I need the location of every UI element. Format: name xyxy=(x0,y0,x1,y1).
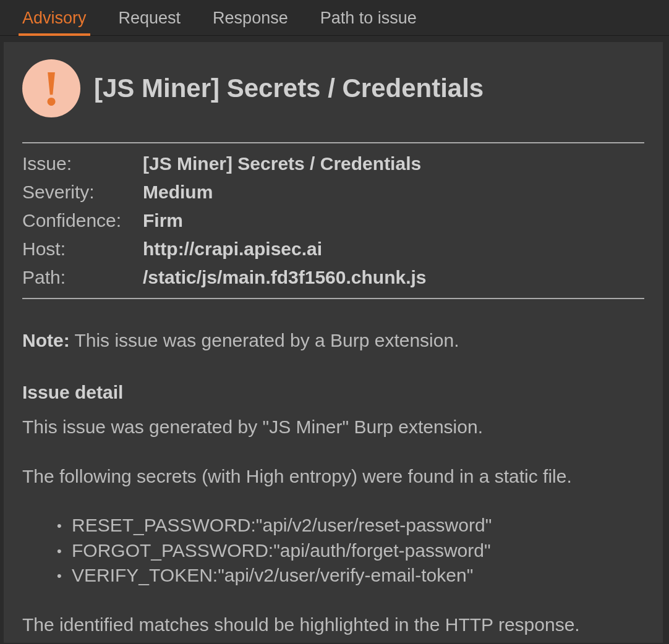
list-item: VERIFY_TOKEN:"api/v2/user/verify-email-t… xyxy=(72,563,644,588)
secrets-intro: The following secrets (with High entropy… xyxy=(22,464,644,489)
tab-bar: Advisory Request Response Path to issue xyxy=(0,0,669,36)
meta-label: Path: xyxy=(22,265,143,290)
advisory-panel: ! [JS Miner] Secrets / Credentials Issue… xyxy=(4,42,663,643)
issue-title-row: ! [JS Miner] Secrets / Credentials xyxy=(22,59,644,117)
meta-row-path: Path: /static/js/main.fd3f1560.chunk.js xyxy=(22,263,644,292)
secrets-list: RESET_PASSWORD:"api/v2/user/reset-passwo… xyxy=(22,513,644,588)
meta-value: http://crapi.apisec.ai xyxy=(143,236,322,262)
tab-response[interactable]: Response xyxy=(209,6,292,35)
meta-label: Issue: xyxy=(22,151,143,177)
list-item: RESET_PASSWORD:"api/v2/user/reset-passwo… xyxy=(72,513,644,538)
note-label: Note: xyxy=(22,330,70,350)
meta-value: /static/js/main.fd3f1560.chunk.js xyxy=(143,265,427,290)
meta-label: Severity: xyxy=(22,179,143,205)
meta-value: [JS Miner] Secrets / Credentials xyxy=(143,151,421,177)
warning-icon: ! xyxy=(22,59,80,117)
meta-value: Medium xyxy=(143,179,213,205)
tab-advisory[interactable]: Advisory xyxy=(19,6,90,35)
meta-row-host: Host: http://crapi.apisec.ai xyxy=(22,235,644,263)
meta-row-confidence: Confidence: Firm xyxy=(22,206,644,235)
meta-row-issue: Issue: [JS Miner] Secrets / Credentials xyxy=(22,150,644,178)
meta-label: Host: xyxy=(22,236,143,262)
tab-path-to-issue[interactable]: Path to issue xyxy=(317,6,420,35)
issue-detail-heading: Issue detail xyxy=(22,382,644,403)
meta-label: Confidence: xyxy=(22,208,143,234)
tab-request[interactable]: Request xyxy=(115,6,185,35)
meta-value: Firm xyxy=(143,208,183,234)
issue-title: [JS Miner] Secrets / Credentials xyxy=(94,74,484,103)
closing-text: The identified matches should be highlig… xyxy=(22,612,644,638)
issue-detail-intro: This issue was generated by "JS Miner" B… xyxy=(22,414,644,440)
list-item: FORGOT_PASSWORD:"api/auth/forget-passwor… xyxy=(72,538,644,564)
note-text: This issue was generated by a Burp exten… xyxy=(70,330,459,350)
meta-row-severity: Severity: Medium xyxy=(22,178,644,206)
note-line: Note: This issue was generated by a Burp… xyxy=(22,330,644,351)
issue-meta-table: Issue: [JS Miner] Secrets / Credentials … xyxy=(22,142,644,299)
